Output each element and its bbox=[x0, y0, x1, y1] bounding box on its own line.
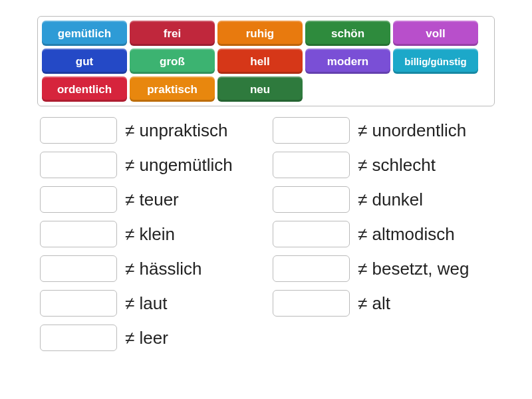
pair-label-7: ≠ unordentlich bbox=[358, 120, 466, 141]
pair-label-6: ≠ leer bbox=[125, 328, 168, 348]
answer-grid: ≠ unpraktisch≠ ungemütlich≠ teuer≠ klein… bbox=[37, 117, 495, 351]
answer-pair-2: ≠ teuer bbox=[40, 186, 259, 213]
pair-label-1: ≠ ungemütlich bbox=[125, 155, 233, 176]
pair-label-10: ≠ altmodisch bbox=[358, 224, 455, 245]
answer-pair-5: ≠ laut bbox=[40, 290, 259, 317]
pair-label-12: ≠ alt bbox=[358, 293, 390, 314]
pair-label-11: ≠ besetzt, weg bbox=[358, 259, 469, 279]
word-tile-0[interactable]: gemütlich bbox=[42, 21, 127, 46]
word-tile-7[interactable]: hell bbox=[217, 49, 303, 74]
answer-pair-8: ≠ schlecht bbox=[273, 152, 492, 178]
word-tile-3[interactable]: schön bbox=[305, 21, 390, 46]
pair-label-3: ≠ klein bbox=[125, 224, 175, 245]
word-tile-8[interactable]: modern bbox=[305, 49, 390, 74]
drop-slot-10[interactable] bbox=[273, 221, 350, 247]
pair-label-5: ≠ laut bbox=[125, 293, 167, 314]
answer-pair-4: ≠ hässlich bbox=[40, 255, 259, 282]
drop-slot-8[interactable] bbox=[273, 152, 350, 178]
drop-slot-9[interactable] bbox=[273, 186, 350, 213]
drop-slot-1[interactable] bbox=[40, 152, 117, 178]
tile-tray: gemütlichfreiruhigschönvollgutgroßhellmo… bbox=[37, 16, 495, 106]
drop-slot-0[interactable] bbox=[40, 117, 117, 144]
word-tile-11[interactable]: praktisch bbox=[130, 76, 215, 102]
pair-label-8: ≠ schlecht bbox=[358, 155, 436, 176]
drop-slot-3[interactable] bbox=[40, 221, 117, 247]
answer-pair-11: ≠ besetzt, weg bbox=[273, 255, 492, 282]
word-tile-5[interactable]: gut bbox=[42, 49, 127, 74]
drop-slot-12[interactable] bbox=[273, 290, 350, 317]
word-tile-9[interactable]: billig/günstig bbox=[393, 49, 478, 74]
pair-label-2: ≠ teuer bbox=[125, 190, 179, 210]
answer-pair-1: ≠ ungemütlich bbox=[40, 152, 259, 178]
pair-label-4: ≠ hässlich bbox=[125, 259, 201, 279]
answer-pair-9: ≠ dunkel bbox=[273, 186, 492, 213]
drop-slot-4[interactable] bbox=[40, 255, 117, 282]
answer-pair-3: ≠ klein bbox=[40, 221, 259, 247]
word-tile-4[interactable]: voll bbox=[393, 21, 478, 46]
answer-pair-12: ≠ alt bbox=[273, 290, 492, 317]
word-tile-1[interactable]: frei bbox=[130, 21, 215, 46]
drop-slot-6[interactable] bbox=[40, 325, 117, 351]
pair-label-0: ≠ unpraktisch bbox=[125, 120, 227, 141]
answer-pair-6: ≠ leer bbox=[40, 325, 259, 351]
drop-slot-11[interactable] bbox=[273, 255, 350, 282]
pair-label-9: ≠ dunkel bbox=[358, 190, 423, 210]
drop-slot-2[interactable] bbox=[40, 186, 117, 213]
drop-slot-7[interactable] bbox=[273, 117, 350, 144]
drop-slot-5[interactable] bbox=[40, 290, 117, 317]
word-tile-10[interactable]: ordentlich bbox=[42, 76, 127, 102]
answer-pair-7: ≠ unordentlich bbox=[273, 117, 492, 144]
word-tile-6[interactable]: groß bbox=[130, 49, 215, 74]
word-tile-12[interactable]: neu bbox=[217, 76, 303, 102]
answer-pair-10: ≠ altmodisch bbox=[273, 221, 492, 247]
answer-pair-0: ≠ unpraktisch bbox=[40, 117, 259, 144]
word-tile-2[interactable]: ruhig bbox=[217, 21, 303, 46]
